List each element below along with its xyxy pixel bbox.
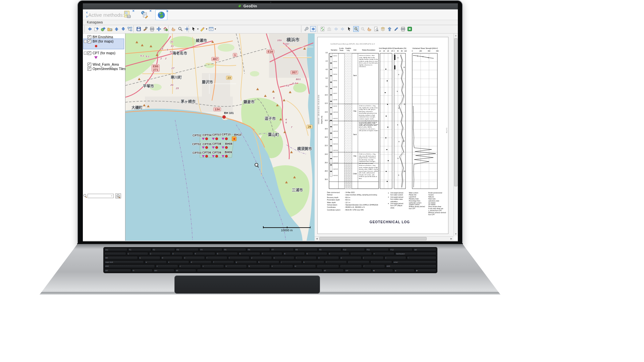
tree-view-icon[interactable] bbox=[127, 26, 133, 32]
bh-marker-icon[interactable] bbox=[225, 155, 228, 158]
keyboard-key: F9 bbox=[318, 248, 341, 251]
edit-dropdown-icon[interactable]: ▾ bbox=[206, 27, 207, 31]
excel-export-icon[interactable] bbox=[407, 26, 413, 32]
bh-marker-icon[interactable] bbox=[215, 155, 218, 158]
cpt-marker-icon[interactable] bbox=[222, 138, 224, 140]
form-dropdown-icon[interactable]: ▾ bbox=[215, 27, 216, 31]
cpt-bh-marker-pair[interactable] bbox=[202, 137, 208, 140]
cpt-marker-icon[interactable] bbox=[212, 138, 215, 140]
horizontal-scrollbar[interactable]: ◀ ▶ bbox=[315, 236, 453, 241]
cpt-marker-icon[interactable] bbox=[212, 155, 215, 158]
report-method-button[interactable]: × bbox=[122, 10, 133, 19]
layer-label: BH Enoshima bbox=[93, 35, 113, 39]
nav-back-icon[interactable] bbox=[87, 26, 93, 32]
expand-right-icon[interactable]: › bbox=[86, 15, 88, 18]
scroll-down-icon[interactable]: ▼ bbox=[454, 232, 458, 236]
selected-bh10-marker[interactable] bbox=[232, 136, 236, 141]
nav-back-icon[interactable] bbox=[333, 26, 339, 32]
home-icon[interactable] bbox=[326, 26, 332, 32]
collapse-toggle[interactable]: - bbox=[84, 40, 87, 43]
tools-hammer-icon[interactable] bbox=[143, 26, 148, 32]
pan-hand-icon[interactable] bbox=[367, 26, 372, 32]
add-item-icon[interactable] bbox=[94, 26, 99, 32]
annotate-pen-icon[interactable] bbox=[393, 26, 399, 32]
cpt-bh-marker-pair[interactable] bbox=[222, 155, 228, 158]
add-layer-icon[interactable] bbox=[100, 26, 106, 32]
cpt-marker-icon[interactable] bbox=[202, 146, 205, 149]
bh-marker-icon[interactable] bbox=[215, 146, 218, 149]
layer-search-input[interactable] bbox=[88, 194, 114, 198]
home-extent-icon[interactable] bbox=[163, 26, 168, 32]
cpt-bh-marker-pair[interactable] bbox=[202, 155, 208, 158]
cpt-bh-marker-pair[interactable] bbox=[212, 155, 218, 158]
back-navigation-icon[interactable] bbox=[310, 26, 316, 32]
cpt-bh-marker-pair[interactable] bbox=[212, 146, 218, 149]
cursor-icon[interactable] bbox=[346, 26, 352, 32]
vertical-scrollbar[interactable]: ▲ ▼ bbox=[453, 34, 458, 236]
refresh-report-icon[interactable] bbox=[320, 26, 325, 32]
sample-label: LS0/S8 bbox=[333, 99, 337, 101]
magnifier-icon[interactable] bbox=[177, 26, 183, 32]
bh-marker-icon[interactable] bbox=[225, 137, 228, 140]
chevron-down-icon[interactable]: ˅ bbox=[111, 195, 112, 197]
layer-checkbox[interactable] bbox=[88, 35, 91, 39]
collapse-toggle[interactable]: - bbox=[84, 52, 87, 55]
bh101-marker[interactable] bbox=[222, 115, 226, 119]
layer-checkbox[interactable] bbox=[88, 40, 91, 43]
scroll-right-icon[interactable]: ▶ bbox=[449, 237, 453, 241]
edit-draw-icon[interactable] bbox=[200, 26, 205, 32]
document-viewer[interactable]: GeODinPresent-BorLog-A4P(JP), Mon 05/COM… bbox=[315, 34, 453, 236]
zoom-in-icon[interactable] bbox=[353, 26, 359, 32]
export-stack-icon[interactable] bbox=[380, 26, 386, 32]
print-icon[interactable] bbox=[400, 26, 406, 32]
layer-checkbox[interactable] bbox=[88, 63, 91, 66]
bh-marker-icon[interactable] bbox=[225, 146, 228, 149]
bh-marker-icon[interactable] bbox=[205, 146, 208, 149]
cursor-select-icon[interactable] bbox=[191, 26, 197, 32]
wrench-icon[interactable] bbox=[304, 26, 309, 32]
horizontal-scroll-thumb[interactable] bbox=[319, 237, 427, 240]
cpt-marker-icon[interactable] bbox=[222, 146, 224, 149]
cpt-marker-icon[interactable] bbox=[202, 138, 205, 140]
save-icon[interactable] bbox=[136, 26, 142, 32]
close-method-icon[interactable]: × bbox=[150, 9, 152, 13]
keyboard-key: F12 bbox=[389, 248, 413, 251]
log-footer-field: Vertical datumStandard Elevation Zero (N… bbox=[327, 204, 386, 206]
map-method-button[interactable]: × bbox=[155, 10, 167, 20]
cpt-bh-marker-pair[interactable] bbox=[222, 146, 228, 149]
bh-marker-icon[interactable] bbox=[205, 137, 208, 140]
folder-search-icon[interactable] bbox=[107, 26, 113, 32]
cpt-bh-marker-pair[interactable] bbox=[202, 146, 208, 149]
move-down-icon[interactable] bbox=[120, 26, 126, 32]
layer-checkbox[interactable] bbox=[88, 51, 91, 55]
cpt-bh-marker-pair[interactable] bbox=[212, 137, 218, 140]
zoom-out-icon[interactable] bbox=[360, 26, 366, 32]
nav-forward-icon[interactable] bbox=[340, 26, 345, 32]
raise-icon[interactable] bbox=[387, 26, 392, 32]
data-entry-method-button[interactable]: × bbox=[139, 10, 150, 19]
cpt-marker-icon[interactable] bbox=[202, 155, 205, 158]
sample-label: LS0/S1 bbox=[333, 55, 337, 57]
scroll-left-icon[interactable]: ◀ bbox=[315, 237, 319, 241]
laptop-screen-bezel: GeoDin ‹ › Active methods: bbox=[77, 0, 463, 245]
map-view[interactable]: 綾瀬市海老名市寒川町藤沢市平塚市茅ヶ崎市大磯町鎌倉市横浜市逗子市葉山町横須賀市三… bbox=[125, 34, 315, 241]
cpt-marker-icon[interactable] bbox=[212, 146, 215, 149]
close-method-icon[interactable]: × bbox=[166, 9, 168, 13]
vertical-scroll-thumb[interactable] bbox=[454, 38, 458, 186]
preview-icon[interactable] bbox=[373, 26, 379, 32]
cursor-dropdown-icon[interactable]: ▾ bbox=[197, 27, 199, 31]
layer-checkbox[interactable] bbox=[88, 67, 91, 71]
move-up-icon[interactable] bbox=[114, 26, 119, 32]
project-tab-label[interactable]: Kanagawa bbox=[87, 20, 103, 24]
close-method-icon[interactable]: × bbox=[132, 9, 135, 13]
layer-search-button[interactable] bbox=[115, 193, 121, 198]
cpt-bh-marker-pair[interactable] bbox=[222, 137, 228, 140]
scroll-up-icon[interactable]: ▲ bbox=[454, 34, 458, 38]
form-view-icon[interactable] bbox=[208, 26, 214, 32]
print-icon[interactable] bbox=[149, 26, 155, 32]
bh-marker-icon[interactable] bbox=[215, 137, 218, 140]
pan-move-icon[interactable] bbox=[156, 26, 162, 32]
cpt-marker-icon[interactable] bbox=[222, 155, 224, 158]
hand-select-icon[interactable] bbox=[171, 26, 176, 32]
bh-marker-icon[interactable] bbox=[205, 155, 208, 158]
